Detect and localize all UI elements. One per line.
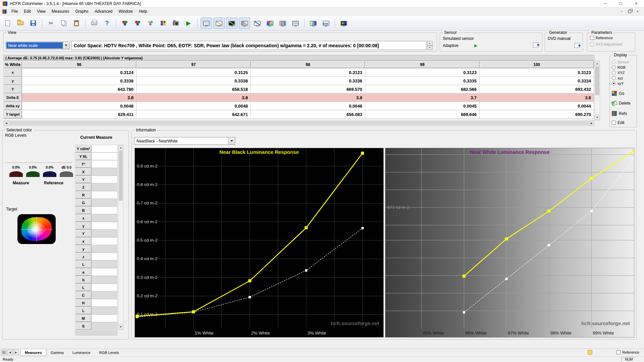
scroll-thumb[interactable] <box>9 121 589 125</box>
table-cell[interactable]: 0.0048 <box>137 102 251 110</box>
menu-graphs[interactable]: Graphs <box>72 8 92 15</box>
spin-up-button[interactable]: ▲ <box>427 41 433 46</box>
current-measure-value[interactable] <box>92 284 117 291</box>
measure-primaries-button[interactable] <box>132 17 143 29</box>
view-spectrum-button[interactable] <box>338 17 350 29</box>
reference-param-checkbox[interactable]: Reference <box>590 36 613 40</box>
information-view-select[interactable]: NearBlack - NearWhite <box>135 137 235 145</box>
tab-measures[interactable]: Measures <box>20 349 46 356</box>
reference-checkbox[interactable]: Reference <box>616 350 639 354</box>
table-cell[interactable]: 0.3338 <box>137 77 251 85</box>
paste-button[interactable] <box>71 17 82 29</box>
column-header-99[interactable]: 99 <box>365 61 480 68</box>
view-rgb-levels-button[interactable] <box>277 17 288 29</box>
scroll-left-icon[interactable]: ◀ <box>4 121 9 126</box>
menu-measures[interactable]: Measures <box>49 8 72 15</box>
notice-icon[interactable] <box>588 350 592 355</box>
table-horizontal-scrollbar[interactable]: ◀ ▶ <box>3 120 594 126</box>
table-cell[interactable]: 669.570 <box>251 85 365 94</box>
table-cell[interactable]: 3.8 <box>251 94 365 102</box>
go-button[interactable]: Go <box>612 91 624 96</box>
scale-select[interactable]: Near white scale <box>6 42 69 49</box>
menu-help[interactable]: Help <box>136 8 150 15</box>
current-measure-value[interactable] <box>92 237 117 245</box>
tab-luminance[interactable]: Luminance <box>68 349 95 356</box>
tab-scroll-right-button[interactable]: ▶ <box>13 350 19 355</box>
view-cie-button[interactable] <box>264 17 276 29</box>
row-header-y-target[interactable]: Y target <box>4 110 22 119</box>
table-cell[interactable]: 0.0048 <box>22 102 137 110</box>
table-cell[interactable]: 0.3334 <box>480 77 594 85</box>
current-measure-value[interactable] <box>92 168 117 176</box>
current-measure-value[interactable] <box>92 206 117 214</box>
table-cell[interactable]: 669.646 <box>365 110 480 119</box>
current-measure-value[interactable] <box>92 299 117 307</box>
scroll-thumb[interactable] <box>119 150 123 201</box>
menu-view[interactable]: View <box>34 8 49 15</box>
menu-advanced[interactable]: Advanced <box>92 8 115 15</box>
current-measure-value[interactable] <box>92 314 117 322</box>
current-measure-value[interactable] <box>92 199 117 206</box>
view-nearblack-button[interactable] <box>226 17 237 29</box>
table-cell[interactable]: 0.0044 <box>480 102 594 110</box>
scroll-right-icon[interactable]: ▶ <box>589 121 594 126</box>
table-cell[interactable]: 3.8 <box>137 94 251 102</box>
view-color-bars-button[interactable] <box>308 17 319 29</box>
sensor-play-icon[interactable]: ▶ <box>474 43 477 48</box>
minimize-button[interactable]: − <box>598 0 613 7</box>
tab-gamma[interactable]: Gamma <box>46 349 68 356</box>
table-cell[interactable]: 0.3125 <box>137 68 251 77</box>
table-cell[interactable]: 643.780 <box>22 85 137 94</box>
table-cell[interactable]: 693.432 <box>480 85 594 94</box>
scroll-thumb[interactable] <box>595 66 599 95</box>
refs-button[interactable]: Refs <box>612 111 627 116</box>
measure-grayscale-button[interactable] <box>119 17 130 29</box>
measure-secondaries-button[interactable] <box>145 17 156 29</box>
row-header-delta-xy[interactable]: delta xy <box>4 102 22 110</box>
row-header-y[interactable]: y <box>4 77 22 85</box>
scroll-down-icon[interactable]: ▼ <box>595 115 600 120</box>
view-measures-button[interactable] <box>201 17 212 29</box>
cut-button[interactable] <box>45 17 57 29</box>
table-cell[interactable]: 682.566 <box>365 85 480 94</box>
view-gamma-button[interactable] <box>213 17 225 29</box>
edit-checkbox[interactable]: Edit <box>612 120 625 125</box>
view-tracking-button[interactable] <box>290 17 301 29</box>
current-measure-value[interactable] <box>92 145 117 153</box>
table-cell[interactable]: 0.3123 <box>480 68 594 77</box>
row-header-y[interactable]: Y <box>4 85 22 94</box>
current-measure-value[interactable] <box>92 245 117 253</box>
table-cell[interactable]: 658.518 <box>137 85 251 94</box>
table-cell[interactable]: 0.3338 <box>22 77 137 85</box>
column-header-97[interactable]: 97 <box>137 61 251 68</box>
current-measure-value[interactable] <box>92 291 117 299</box>
current-measure-value[interactable] <box>92 153 117 160</box>
run-button[interactable] <box>183 17 194 29</box>
table-cell[interactable]: 3.8 <box>22 94 137 102</box>
table-cell[interactable]: 0.3335 <box>365 77 480 85</box>
scroll-up-icon[interactable]: ▲ <box>118 145 123 150</box>
copy-button[interactable] <box>58 17 69 29</box>
column-header-100[interactable]: 100 <box>480 61 594 68</box>
capture-button[interactable] <box>170 17 181 29</box>
radio-xyy[interactable]: xyY <box>610 81 637 86</box>
table-cell[interactable]: 656.083 <box>251 110 365 119</box>
table-cell[interactable]: 0.3124 <box>22 68 137 77</box>
table-cell[interactable]: 0.0045 <box>365 102 480 110</box>
table-vertical-scrollbar[interactable]: ▲ ▼ <box>594 61 600 120</box>
new-document-button[interactable] <box>2 17 13 29</box>
measure-free-button[interactable] <box>157 17 169 29</box>
sensor-config-icon[interactable] <box>533 42 539 47</box>
save-button[interactable] <box>28 17 39 29</box>
table-cell[interactable]: 0.3123 <box>251 68 365 77</box>
table-cell[interactable]: 0.3123 <box>365 68 480 77</box>
radio-rgb[interactable]: RGB <box>610 65 637 70</box>
row-header-delta-e[interactable]: Delta E <box>4 94 22 102</box>
generator-config-icon[interactable] <box>574 43 580 48</box>
view-luminance-button[interactable] <box>252 17 263 29</box>
current-measure-value[interactable] <box>92 307 117 314</box>
current-measure-value[interactable] <box>92 260 117 268</box>
tab-rgb-levels[interactable]: RGB Levels <box>95 349 123 356</box>
column-header-96[interactable]: 96 <box>22 61 137 68</box>
scroll-up-icon[interactable]: ▲ <box>595 61 600 66</box>
